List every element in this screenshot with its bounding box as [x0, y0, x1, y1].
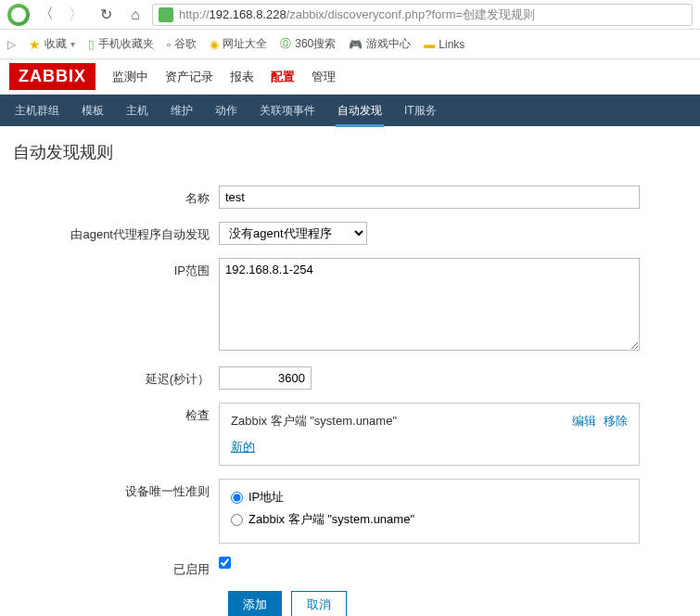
url-path: /zabbix/discoveryconf.php?form=创建发现规则 — [286, 6, 535, 23]
bookmark-360[interactable]: Ⓞ 360搜索 — [280, 36, 336, 52]
menu-reports[interactable]: 报表 — [230, 59, 254, 95]
search-icon: Ⓞ — [280, 36, 291, 52]
subnav-maintenance[interactable]: 维护 — [169, 95, 195, 127]
url-host: 192.168.8.228 — [210, 7, 286, 21]
radio-ip-label: IP地址 — [248, 489, 284, 506]
check-text: Zabbix 客户端 "system.uname" — [231, 413, 397, 430]
check-row: Zabbix 客户端 "system.uname" 编辑 移除 — [231, 413, 628, 430]
cancel-button[interactable]: 取消 — [291, 591, 347, 616]
zabbix-header: ZABBIX 监测中 资产记录 报表 配置 管理 — [0, 59, 700, 95]
menu-inventory[interactable]: 资产记录 — [165, 59, 213, 95]
forward-button[interactable]: 〉 — [63, 2, 89, 28]
back-button[interactable]: 〈 — [33, 2, 59, 28]
star-icon: ★ — [29, 37, 41, 52]
name-input[interactable] — [219, 186, 640, 209]
subnav-hosts[interactable]: 主机 — [124, 95, 150, 127]
label-enabled: 已启用 — [13, 557, 219, 578]
label-delay: 延迟(秒计） — [13, 366, 219, 390]
home-button[interactable]: ⌂ — [122, 2, 148, 28]
phone-icon: ▯ — [88, 38, 95, 51]
delay-input[interactable] — [219, 366, 312, 390]
browser-toolbar: 〈 〉 ↻ ⌂ http:// 192.168.8.228 /zabbix/di… — [0, 0, 700, 30]
radio-agent[interactable] — [231, 514, 243, 526]
bookmark-wangzhi[interactable]: ◉ 网址大全 — [210, 36, 267, 52]
browser-logo-icon — [7, 4, 30, 26]
bookmark-favorites[interactable]: ★ 收藏 ▾ — [29, 36, 75, 52]
chevron-down-icon: ▾ — [70, 39, 75, 49]
agent-proxy-select[interactable]: 没有agent代理程序 — [219, 222, 367, 245]
subnav-itservices[interactable]: IT服务 — [402, 95, 439, 127]
globe-icon: ◉ — [210, 38, 219, 51]
check-remove-link[interactable]: 移除 — [604, 414, 628, 428]
bookmark-google[interactable]: ▫ 谷歌 — [167, 36, 197, 52]
label-agent-proxy: 由agent代理程序自动发现 — [13, 222, 219, 245]
url-prefix: http:// — [179, 7, 210, 21]
bookmark-label: 360搜索 — [295, 36, 336, 52]
label-uniqueness: 设备唯一性准则 — [13, 479, 219, 544]
check-edit-link[interactable]: 编辑 — [572, 414, 596, 428]
bookmark-label: 收藏 — [45, 36, 67, 52]
bookmark-label: Links — [439, 38, 465, 51]
bookmark-label: 谷歌 — [174, 36, 197, 52]
subnav-discovery[interactable]: 自动发现 — [336, 95, 384, 127]
label-checks: 检查 — [13, 403, 219, 466]
uniqueness-box: IP地址 Zabbix 客户端 "system.uname" — [219, 479, 640, 544]
radio-agent-label: Zabbix 客户端 "system.uname" — [248, 511, 414, 528]
bookmark-label: 游戏中心 — [366, 36, 411, 52]
enabled-checkbox[interactable] — [219, 557, 231, 569]
bookmark-game[interactable]: 🎮 游戏中心 — [349, 36, 411, 52]
page-icon: ▫ — [167, 38, 171, 51]
bookmark-label: 手机收藏夹 — [98, 36, 154, 52]
check-new-link[interactable]: 新的 — [231, 440, 255, 454]
address-bar[interactable]: http:// 192.168.8.228 /zabbix/discoveryc… — [152, 4, 693, 26]
sub-nav: 主机群组 模板 主机 维护 动作 关联项事件 自动发现 IT服务 — [0, 95, 700, 126]
reload-button[interactable]: ↻ — [93, 2, 119, 28]
folder-icon: ▬ — [424, 38, 435, 51]
bookmark-mobile[interactable]: ▯ 手机收藏夹 — [88, 36, 154, 52]
gamepad-icon: 🎮 — [349, 38, 363, 51]
label-name: 名称 — [13, 186, 219, 209]
bookmark-label: 网址大全 — [223, 36, 267, 52]
subnav-templates[interactable]: 模板 — [80, 95, 106, 127]
add-button[interactable]: 添加 — [228, 591, 282, 616]
menu-admin[interactable]: 管理 — [312, 59, 336, 95]
label-ip-range: IP范围 — [13, 258, 219, 353]
radio-ip[interactable] — [231, 492, 243, 504]
checks-box: Zabbix 客户端 "system.uname" 编辑 移除 新的 — [219, 403, 640, 466]
bookmarks-toggle-icon[interactable]: ▷ — [7, 38, 16, 51]
subnav-hostgroups[interactable]: 主机群组 — [13, 95, 61, 127]
shield-icon — [159, 7, 173, 22]
page-content: 自动发现规则 名称 由agent代理程序自动发现 没有agent代理程序 IP范… — [0, 126, 700, 616]
subnav-actions[interactable]: 动作 — [213, 95, 239, 127]
ip-range-textarea[interactable]: 192.168.8.1-254 — [219, 258, 640, 351]
zabbix-logo[interactable]: ZABBIX — [9, 63, 95, 90]
menu-monitoring[interactable]: 监测中 — [112, 59, 148, 95]
subnav-correlation[interactable]: 关联项事件 — [258, 95, 317, 127]
main-menu: 监测中 资产记录 报表 配置 管理 — [112, 59, 336, 95]
menu-config[interactable]: 配置 — [271, 59, 295, 95]
bookmarks-bar: ▷ ★ 收藏 ▾ ▯ 手机收藏夹 ▫ 谷歌 ◉ 网址大全 Ⓞ 360搜索 🎮 游… — [0, 30, 700, 59]
bookmark-links[interactable]: ▬ Links — [424, 38, 465, 51]
page-title: 自动发现规则 — [13, 141, 687, 163]
